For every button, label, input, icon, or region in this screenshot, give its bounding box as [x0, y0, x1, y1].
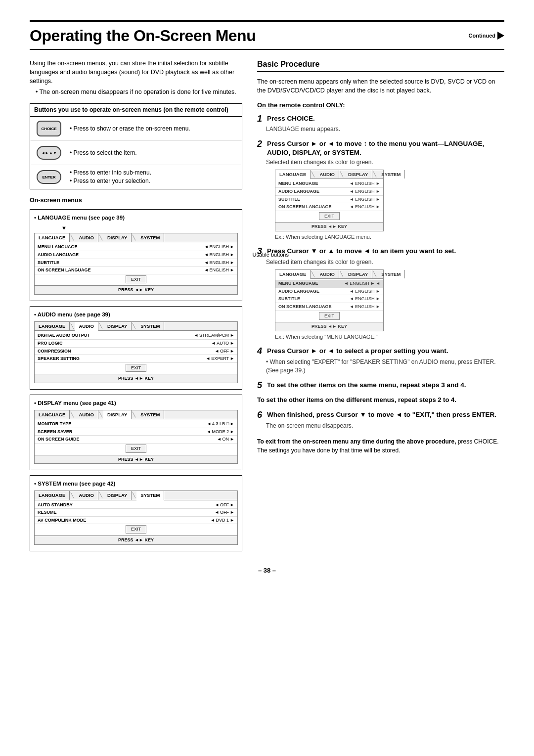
language-menu-box: LANGUAGE ╲ AUDIO ╲ DISPLAY ╲ SYSTEM MENU…: [34, 233, 238, 295]
step-6-title: When finished, press Cursor ▼ to move ◄ …: [267, 410, 496, 419]
step-3-title: Press Cursor ▼ or ▲ to move ◄ to an item…: [267, 247, 456, 256]
diag2-tab-language: LANGUAGE: [275, 270, 311, 279]
tab-system-display: SYSTEM: [136, 410, 164, 419]
step-4: 4 Press Cursor ► or ◄ to select a proper…: [257, 347, 504, 374]
system-menu-footer: PRESS ◄► KEY: [35, 535, 237, 544]
menu-row-subtitle: SUBTITLE ◄ ENGLISH ►: [35, 259, 237, 267]
step-6-header: 6 When finished, press Cursor ▼ to move …: [257, 410, 504, 420]
tab-audio-active: AUDIO: [75, 322, 98, 331]
diag2-tabs: LANGUAGE ╲ AUDIO ╲ DISPLAY ╲ SYSTEM: [275, 270, 383, 279]
audio-exit-btn: EXIT: [126, 364, 146, 372]
step-diff-title: To set the other items on the different …: [257, 396, 456, 404]
language-menu-tabs: LANGUAGE ╲ AUDIO ╲ DISPLAY ╲ SYSTEM: [35, 233, 237, 242]
tab-language-display: LANGUAGE: [35, 410, 70, 419]
diag1-tab-display: DISPLAY: [344, 170, 372, 178]
continued-label: Continued: [469, 32, 504, 40]
page-number: – 38 –: [30, 566, 504, 575]
audio-menu-tabs: LANGUAGE ╲ AUDIO ╲ DISPLAY ╲ SYSTEM: [35, 322, 237, 331]
step-3-header: 3 Press Cursor ▼ or ▲ to move ◄ to an it…: [257, 247, 504, 257]
diag2-row-menu-lang: MENU LANGUAGE ◄ ENGLISH ► ◄: [275, 280, 383, 288]
cursor-button-img: ◄►▲▼: [34, 144, 64, 162]
right-column: Basic Procedure The on-screen menu appea…: [257, 59, 504, 556]
display-menu-tabs: LANGUAGE ╲ AUDIO ╲ DISPLAY ╲ SYSTEM: [35, 410, 237, 419]
menu-row-compression: COMPRESSION ◄ OFF ►: [35, 348, 237, 356]
diag1-tab-system: SYSTEM: [377, 170, 405, 178]
button-row-enter: ENTER Press to enter into sub-menu. Pres…: [30, 165, 242, 189]
button-row-cursor: ◄►▲▼ Press to select the item.: [30, 141, 242, 165]
diag1-row-menu-lang: MENU LANGUAGE ◄ ENGLISH ►: [275, 180, 383, 188]
continued-arrow-icon: [497, 32, 504, 40]
tab-display-system: DISPLAY: [103, 491, 132, 499]
audio-menu-label: • AUDIO menu (see page 39): [34, 311, 238, 318]
diag2-ex-label: Ex.: When selecting "MENU LANGUAGE.": [275, 333, 504, 341]
enter-btn-shape: ENTER: [37, 170, 61, 184]
button-desc-choice: Press to show or erase the on-screen men…: [70, 125, 190, 133]
step-5-title: To set the other items on the same menu,…: [267, 381, 466, 390]
onscreen-menus-title: On-screen menus: [30, 196, 242, 205]
step-4-header: 4 Press Cursor ► or ◄ to select a proper…: [257, 347, 504, 356]
tab-system-active: SYSTEM: [136, 491, 164, 500]
audio-exit-row: EXIT: [35, 363, 237, 373]
screen-diagram-2: LANGUAGE ╲ AUDIO ╲ DISPLAY ╲ SYSTEM MENU…: [275, 269, 384, 331]
menu-row-digital-audio: DIGITAL AUDIO OUTPUT ◄ STREAM/PCM ►: [35, 332, 237, 340]
display-exit-btn: EXIT: [126, 445, 146, 453]
menu-row-auto-standby: AUTO STANDBY ◄ OFF ►: [35, 501, 237, 509]
tab-language: LANGUAGE: [35, 233, 70, 242]
step-2-body: Selected item changes its color to green…: [257, 158, 504, 241]
step-different-menus: To set the other items on the different …: [257, 396, 504, 404]
diag1-footer: PRESS ◄► KEY: [275, 222, 383, 231]
system-menu-rows: AUTO STANDBY ◄ OFF ► RESUME ◄ OFF ► AV C…: [35, 500, 237, 535]
menu-row-av-compulink: AV COMPULINK MODE ◄ DVD 1 ►: [35, 517, 237, 525]
cursor-btn-shape: ◄►▲▼: [37, 146, 61, 160]
choice-button-img: CHOICE: [34, 120, 64, 137]
diag1-tabs: LANGUAGE ╲ AUDIO ╲ DISPLAY ╲ SYSTEM: [275, 170, 383, 179]
main-content: Using the on-screen menus, you can store…: [30, 59, 504, 556]
language-menu-label: • LANGUAGE menu (see page 39): [34, 214, 238, 222]
diag2-tab-audio: AUDIO: [315, 270, 339, 278]
step-5-header: 5 To set the other items on the same men…: [257, 381, 504, 391]
note-box: To exit from the on-screen menu any time…: [257, 437, 504, 455]
page-title: Operating the On-Screen Menu: [30, 25, 256, 47]
step-diff-header: To set the other items on the different …: [257, 396, 504, 404]
system-menu-section: • SYSTEM menu (see page 42) LANGUAGE ╲ A…: [30, 475, 242, 551]
tab-display-active: DISPLAY: [103, 410, 132, 419]
step-1: 1 Press CHOICE. LANGUAGE menu appears.: [257, 114, 504, 134]
diag1-rows: MENU LANGUAGE ◄ ENGLISH ► AUDIO LANGUAGE…: [275, 179, 383, 222]
menu-row-monitor-type: MONITOR TYPE ◄ 4:3 LB □ ►: [35, 420, 237, 428]
audio-menu-box: LANGUAGE ╲ AUDIO ╲ DISPLAY ╲ SYSTEM DIGI…: [34, 321, 238, 383]
diag1-row-audio-lang: AUDIO LANGUAGE ◄ ENGLISH ►: [275, 188, 383, 196]
diag1-row-subtitle: SUBTITLE ◄ ENGLISH ►: [275, 196, 383, 204]
step-1-number: 1: [257, 114, 265, 124]
audio-menu-footer: PRESS ◄► KEY: [35, 374, 237, 383]
diag1-row-onscreen: ON SCREEN LANGUAGE ◄ ENGLISH ►: [275, 203, 383, 211]
diag2-tab-system: SYSTEM: [377, 270, 405, 278]
onscreen-menus-section: On-screen menus • LANGUAGE menu (see pag…: [30, 196, 242, 551]
remote-only-label: On the remote control ONLY:: [257, 101, 504, 110]
diag2-row-audio-lang: AUDIO LANGUAGE ◄ ENGLISH ►: [275, 288, 383, 296]
diag1-tab-audio: AUDIO: [315, 170, 339, 178]
buttons-section: Buttons you use to operate on-screen men…: [30, 103, 242, 189]
menu-row-audio-language: AUDIO LANGUAGE ◄ ENGLISH ►: [35, 251, 237, 259]
step-5: 5 To set the other items on the same men…: [257, 381, 504, 391]
step-1-title: Press CHOICE.: [267, 114, 315, 123]
step-2-header: 2 Press Cursor ► or ◄ to move ↕ to the m…: [257, 139, 504, 157]
system-menu-box: LANGUAGE ╲ AUDIO ╲ DISPLAY ╲ SYSTEM AUTO…: [34, 490, 238, 544]
menu-row-menu-language: MENU LANGUAGE ◄ ENGLISH ►: [35, 243, 237, 251]
usable-buttons-label: Usable buttons: [253, 251, 289, 259]
button-desc-enter: Press to enter into sub-menu. Press to e…: [70, 169, 151, 185]
basic-procedure-intro: The on-screen menu appears only when the…: [257, 77, 504, 95]
tab-system-audio: SYSTEM: [136, 322, 164, 330]
display-menu-label: • DISPLAY menu (see page 41): [34, 399, 238, 407]
page: Operating the On-Screen Menu Continued U…: [0, 0, 534, 756]
language-exit-row: EXIT: [35, 274, 237, 285]
choice-btn-shape: CHOICE: [37, 121, 61, 136]
basic-procedure-title: Basic Procedure: [257, 59, 504, 72]
language-exit-btn: EXIT: [126, 275, 146, 284]
tab-language-system: LANGUAGE: [35, 491, 70, 499]
tab-system-lang: SYSTEM: [136, 233, 164, 242]
display-menu-rows: MONITOR TYPE ◄ 4:3 LB □ ► SCREEN SAVER ◄…: [35, 419, 237, 454]
menu-row-onscreen-language: ON SCREEN LANGUAGE ◄ ENGLISH ►: [35, 267, 237, 274]
button-desc-cursor: Press to select the item.: [70, 149, 137, 157]
tab-audio-display: AUDIO: [75, 410, 98, 419]
menu-row-speaker-setting: SPEAKER SETTING ◄ EXPERT ►: [35, 355, 237, 363]
